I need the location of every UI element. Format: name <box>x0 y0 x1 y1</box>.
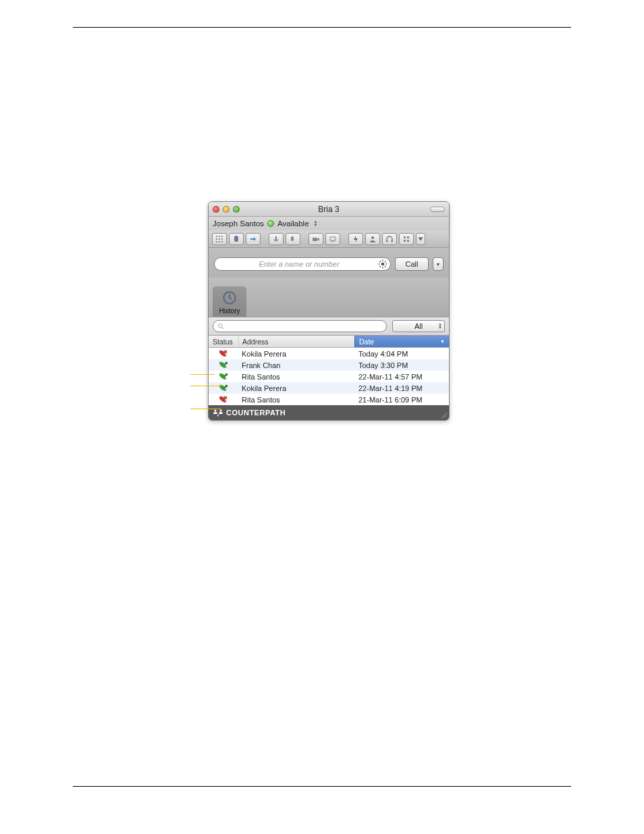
mute-button[interactable] <box>269 233 284 245</box>
call-dropdown[interactable]: ▼ <box>433 257 444 271</box>
page-bottom-rule <box>73 786 571 787</box>
row-date: 21-Mar-11 6:09 PM <box>354 396 449 404</box>
titlebar: Bria 3 <box>209 202 449 217</box>
headset-button[interactable] <box>382 233 397 245</box>
call-status-outgoing-icon <box>209 384 238 392</box>
dialpad-button[interactable] <box>212 233 227 245</box>
svg-rect-10 <box>330 237 336 240</box>
row-address: Kokila Perera <box>238 384 354 392</box>
svg-rect-11 <box>331 241 334 242</box>
record-button[interactable] <box>286 233 300 245</box>
list-header: Status Address Date ▼ <box>209 336 449 348</box>
call-status-outgoing-icon <box>209 361 238 369</box>
presence-stepper-icon[interactable]: ▲▼ <box>314 220 318 227</box>
presence-label[interactable]: Available <box>277 219 308 228</box>
brand-logo: COUNTERPATH <box>213 408 286 417</box>
contact-button[interactable] <box>365 233 380 245</box>
user-name: Joseph Santos <box>213 219 264 228</box>
hold-button[interactable] <box>229 233 244 245</box>
search-icon <box>217 323 224 330</box>
callout-leader <box>190 386 221 386</box>
svg-point-32 <box>219 409 221 411</box>
history-rows: Kokila PereraToday 4:04 PMFrank ChanToda… <box>209 348 449 405</box>
svg-rect-17 <box>404 240 406 242</box>
svg-point-6 <box>216 241 217 242</box>
row-address: Rita Santos <box>238 373 354 381</box>
view-button[interactable] <box>399 233 414 245</box>
dial-area: Enter a name or number Call ▼ <box>209 248 449 278</box>
search-input[interactable] <box>213 320 387 332</box>
dial-placeholder: Enter a name or number <box>225 260 373 268</box>
svg-point-4 <box>219 238 220 240</box>
row-date: 22-Mar-11 4:19 PM <box>354 384 449 392</box>
svg-point-29 <box>218 323 222 328</box>
window-title: Bria 3 <box>209 205 449 214</box>
table-row[interactable]: Rita Santos21-Mar-11 6:09 PM <box>209 394 449 405</box>
table-row[interactable]: Kokila PereraToday 4:04 PM <box>209 348 449 359</box>
svg-point-2 <box>221 236 223 237</box>
svg-point-19 <box>381 263 385 266</box>
bolt-button[interactable] <box>348 233 363 245</box>
filter-label: All <box>414 322 423 330</box>
column-header-status[interactable]: Status <box>209 336 238 347</box>
table-row[interactable]: Frank ChanToday 3:30 PM <box>209 359 449 371</box>
row-date: 22-Mar-11 4:57 PM <box>354 373 449 381</box>
main-toolbar <box>209 230 449 248</box>
row-date: Today 4:04 PM <box>354 350 449 358</box>
callout-leader <box>190 374 215 375</box>
video-button[interactable] <box>308 233 323 245</box>
svg-line-26 <box>385 261 385 262</box>
filter-select[interactable]: All ▲▼ <box>392 320 445 332</box>
svg-line-24 <box>380 261 381 262</box>
app-window: Bria 3 Joseph Santos Available ▲▼ <box>208 201 450 421</box>
presence-available-icon <box>267 220 274 227</box>
transfer-button[interactable] <box>246 233 261 245</box>
share-button[interactable] <box>325 233 340 245</box>
gear-icon[interactable] <box>378 259 387 269</box>
call-status-missed-icon <box>209 395 238 404</box>
svg-line-27 <box>380 266 381 267</box>
call-status-missed-icon <box>209 349 238 358</box>
page-top-rule <box>73 27 571 28</box>
tab-strip: History <box>209 278 449 317</box>
sort-desc-icon: ▼ <box>440 339 445 344</box>
tab-history[interactable]: History <box>213 286 246 317</box>
column-header-date[interactable]: Date ▼ <box>354 336 449 347</box>
svg-rect-18 <box>407 240 409 242</box>
svg-point-8 <box>221 241 223 242</box>
dial-input[interactable]: Enter a name or number <box>214 257 391 271</box>
svg-point-1 <box>219 236 220 237</box>
svg-rect-9 <box>291 236 294 241</box>
call-status-outgoing-icon <box>209 372 238 381</box>
row-address: Frank Chan <box>238 361 354 369</box>
row-address: Rita Santos <box>238 396 354 404</box>
svg-point-3 <box>216 238 217 240</box>
row-address: Kokila Perera <box>238 350 354 358</box>
svg-point-12 <box>371 236 374 239</box>
search-row: All ▲▼ <box>209 317 449 336</box>
table-row[interactable]: Kokila Perera22-Mar-11 4:19 PM <box>209 382 449 394</box>
toolbar-dropdown[interactable] <box>416 233 425 245</box>
table-row[interactable]: Rita Santos22-Mar-11 4:57 PM <box>209 371 449 382</box>
svg-rect-14 <box>392 240 393 242</box>
svg-point-7 <box>219 241 220 242</box>
row-date: Today 3:30 PM <box>354 361 449 369</box>
svg-point-5 <box>221 238 223 240</box>
tab-label: History <box>219 307 240 315</box>
svg-line-25 <box>385 266 385 267</box>
footer: COUNTERPATH <box>209 405 449 420</box>
history-icon <box>221 289 238 307</box>
callout-leader <box>190 409 221 409</box>
call-button[interactable]: Call <box>395 257 429 271</box>
chevron-updown-icon: ▲▼ <box>438 323 442 330</box>
presence-bar: Joseph Santos Available ▲▼ <box>209 217 449 230</box>
column-header-address[interactable]: Address <box>238 336 354 347</box>
svg-rect-13 <box>386 240 387 242</box>
svg-line-30 <box>222 328 224 330</box>
svg-rect-15 <box>404 236 406 238</box>
svg-point-0 <box>216 236 217 237</box>
svg-point-31 <box>214 409 216 411</box>
resize-grip-icon[interactable] <box>440 411 447 418</box>
svg-rect-16 <box>407 236 409 238</box>
